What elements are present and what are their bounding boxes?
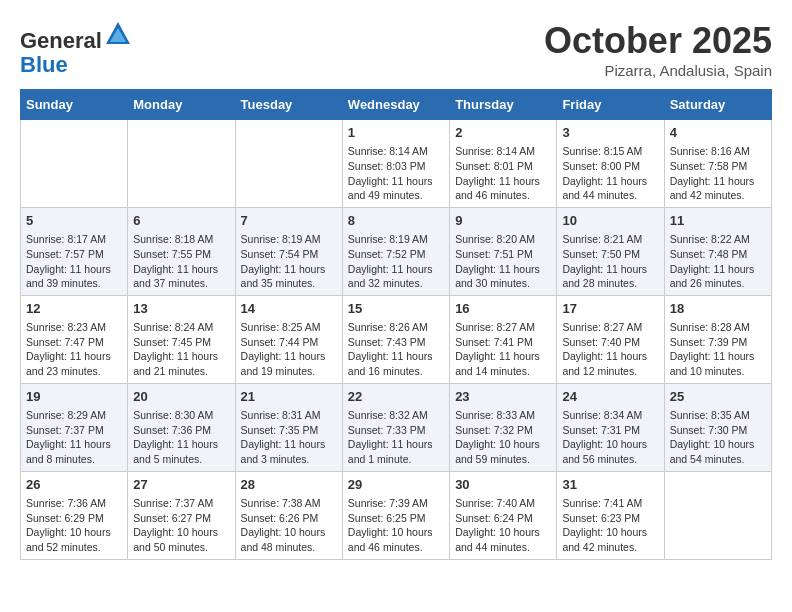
cell-info: Sunrise: 8:19 AM Sunset: 7:54 PM Dayligh… [241, 232, 337, 291]
weekday-header-monday: Monday [128, 90, 235, 120]
day-number: 18 [670, 300, 766, 318]
day-number: 15 [348, 300, 444, 318]
calendar-cell: 11Sunrise: 8:22 AM Sunset: 7:48 PM Dayli… [664, 207, 771, 295]
calendar-cell: 3Sunrise: 8:15 AM Sunset: 8:00 PM Daylig… [557, 120, 664, 208]
week-row-1: 1Sunrise: 8:14 AM Sunset: 8:03 PM Daylig… [21, 120, 772, 208]
day-number: 19 [26, 388, 122, 406]
day-number: 5 [26, 212, 122, 230]
calendar-cell: 5Sunrise: 8:17 AM Sunset: 7:57 PM Daylig… [21, 207, 128, 295]
calendar-cell [21, 120, 128, 208]
day-number: 27 [133, 476, 229, 494]
day-number: 23 [455, 388, 551, 406]
cell-info: Sunrise: 8:29 AM Sunset: 7:37 PM Dayligh… [26, 408, 122, 467]
weekday-header-thursday: Thursday [450, 90, 557, 120]
cell-info: Sunrise: 8:31 AM Sunset: 7:35 PM Dayligh… [241, 408, 337, 467]
day-number: 16 [455, 300, 551, 318]
cell-info: Sunrise: 8:25 AM Sunset: 7:44 PM Dayligh… [241, 320, 337, 379]
calendar-cell: 7Sunrise: 8:19 AM Sunset: 7:54 PM Daylig… [235, 207, 342, 295]
cell-info: Sunrise: 8:24 AM Sunset: 7:45 PM Dayligh… [133, 320, 229, 379]
cell-info: Sunrise: 8:19 AM Sunset: 7:52 PM Dayligh… [348, 232, 444, 291]
cell-info: Sunrise: 8:35 AM Sunset: 7:30 PM Dayligh… [670, 408, 766, 467]
cell-info: Sunrise: 8:20 AM Sunset: 7:51 PM Dayligh… [455, 232, 551, 291]
calendar-cell: 24Sunrise: 8:34 AM Sunset: 7:31 PM Dayli… [557, 383, 664, 471]
calendar-cell: 26Sunrise: 7:36 AM Sunset: 6:29 PM Dayli… [21, 471, 128, 559]
cell-info: Sunrise: 8:30 AM Sunset: 7:36 PM Dayligh… [133, 408, 229, 467]
cell-info: Sunrise: 8:15 AM Sunset: 8:00 PM Dayligh… [562, 144, 658, 203]
week-row-4: 19Sunrise: 8:29 AM Sunset: 7:37 PM Dayli… [21, 383, 772, 471]
cell-info: Sunrise: 7:37 AM Sunset: 6:27 PM Dayligh… [133, 496, 229, 555]
calendar-cell: 2Sunrise: 8:14 AM Sunset: 8:01 PM Daylig… [450, 120, 557, 208]
calendar-cell [128, 120, 235, 208]
cell-info: Sunrise: 7:40 AM Sunset: 6:24 PM Dayligh… [455, 496, 551, 555]
week-row-2: 5Sunrise: 8:17 AM Sunset: 7:57 PM Daylig… [21, 207, 772, 295]
day-number: 29 [348, 476, 444, 494]
logo: General Blue [20, 20, 132, 77]
calendar-cell: 30Sunrise: 7:40 AM Sunset: 6:24 PM Dayli… [450, 471, 557, 559]
logo-general: General [20, 28, 102, 53]
month-title: October 2025 [544, 20, 772, 62]
title-block: October 2025 Pizarra, Andalusia, Spain [544, 20, 772, 79]
cell-info: Sunrise: 8:28 AM Sunset: 7:39 PM Dayligh… [670, 320, 766, 379]
day-number: 10 [562, 212, 658, 230]
cell-info: Sunrise: 8:32 AM Sunset: 7:33 PM Dayligh… [348, 408, 444, 467]
weekday-header-sunday: Sunday [21, 90, 128, 120]
day-number: 21 [241, 388, 337, 406]
logo-icon [104, 20, 132, 48]
page-header: General Blue October 2025 Pizarra, Andal… [20, 20, 772, 79]
week-row-5: 26Sunrise: 7:36 AM Sunset: 6:29 PM Dayli… [21, 471, 772, 559]
day-number: 24 [562, 388, 658, 406]
weekday-header-tuesday: Tuesday [235, 90, 342, 120]
calendar-table: SundayMondayTuesdayWednesdayThursdayFrid… [20, 89, 772, 560]
day-number: 8 [348, 212, 444, 230]
cell-info: Sunrise: 7:38 AM Sunset: 6:26 PM Dayligh… [241, 496, 337, 555]
weekday-header-friday: Friday [557, 90, 664, 120]
cell-info: Sunrise: 8:23 AM Sunset: 7:47 PM Dayligh… [26, 320, 122, 379]
day-number: 3 [562, 124, 658, 142]
cell-info: Sunrise: 7:39 AM Sunset: 6:25 PM Dayligh… [348, 496, 444, 555]
day-number: 6 [133, 212, 229, 230]
calendar-cell: 18Sunrise: 8:28 AM Sunset: 7:39 PM Dayli… [664, 295, 771, 383]
weekday-header-wednesday: Wednesday [342, 90, 449, 120]
cell-info: Sunrise: 8:26 AM Sunset: 7:43 PM Dayligh… [348, 320, 444, 379]
day-number: 22 [348, 388, 444, 406]
day-number: 9 [455, 212, 551, 230]
cell-info: Sunrise: 8:21 AM Sunset: 7:50 PM Dayligh… [562, 232, 658, 291]
day-number: 11 [670, 212, 766, 230]
day-number: 25 [670, 388, 766, 406]
weekday-header-row: SundayMondayTuesdayWednesdayThursdayFrid… [21, 90, 772, 120]
day-number: 12 [26, 300, 122, 318]
cell-info: Sunrise: 8:27 AM Sunset: 7:41 PM Dayligh… [455, 320, 551, 379]
day-number: 4 [670, 124, 766, 142]
cell-info: Sunrise: 8:22 AM Sunset: 7:48 PM Dayligh… [670, 232, 766, 291]
cell-info: Sunrise: 8:33 AM Sunset: 7:32 PM Dayligh… [455, 408, 551, 467]
cell-info: Sunrise: 8:17 AM Sunset: 7:57 PM Dayligh… [26, 232, 122, 291]
calendar-cell: 9Sunrise: 8:20 AM Sunset: 7:51 PM Daylig… [450, 207, 557, 295]
day-number: 31 [562, 476, 658, 494]
calendar-cell: 15Sunrise: 8:26 AM Sunset: 7:43 PM Dayli… [342, 295, 449, 383]
day-number: 14 [241, 300, 337, 318]
calendar-cell: 12Sunrise: 8:23 AM Sunset: 7:47 PM Dayli… [21, 295, 128, 383]
calendar-cell: 29Sunrise: 7:39 AM Sunset: 6:25 PM Dayli… [342, 471, 449, 559]
calendar-cell: 17Sunrise: 8:27 AM Sunset: 7:40 PM Dayli… [557, 295, 664, 383]
calendar-cell [664, 471, 771, 559]
calendar-cell: 28Sunrise: 7:38 AM Sunset: 6:26 PM Dayli… [235, 471, 342, 559]
week-row-3: 12Sunrise: 8:23 AM Sunset: 7:47 PM Dayli… [21, 295, 772, 383]
calendar-cell: 27Sunrise: 7:37 AM Sunset: 6:27 PM Dayli… [128, 471, 235, 559]
calendar-cell: 21Sunrise: 8:31 AM Sunset: 7:35 PM Dayli… [235, 383, 342, 471]
cell-info: Sunrise: 8:16 AM Sunset: 7:58 PM Dayligh… [670, 144, 766, 203]
day-number: 26 [26, 476, 122, 494]
calendar-cell: 1Sunrise: 8:14 AM Sunset: 8:03 PM Daylig… [342, 120, 449, 208]
calendar-cell: 16Sunrise: 8:27 AM Sunset: 7:41 PM Dayli… [450, 295, 557, 383]
calendar-cell: 19Sunrise: 8:29 AM Sunset: 7:37 PM Dayli… [21, 383, 128, 471]
calendar-cell: 8Sunrise: 8:19 AM Sunset: 7:52 PM Daylig… [342, 207, 449, 295]
calendar-cell: 6Sunrise: 8:18 AM Sunset: 7:55 PM Daylig… [128, 207, 235, 295]
calendar-cell: 23Sunrise: 8:33 AM Sunset: 7:32 PM Dayli… [450, 383, 557, 471]
calendar-cell: 25Sunrise: 8:35 AM Sunset: 7:30 PM Dayli… [664, 383, 771, 471]
day-number: 30 [455, 476, 551, 494]
calendar-cell: 20Sunrise: 8:30 AM Sunset: 7:36 PM Dayli… [128, 383, 235, 471]
cell-info: Sunrise: 8:34 AM Sunset: 7:31 PM Dayligh… [562, 408, 658, 467]
cell-info: Sunrise: 8:14 AM Sunset: 8:01 PM Dayligh… [455, 144, 551, 203]
day-number: 7 [241, 212, 337, 230]
cell-info: Sunrise: 7:41 AM Sunset: 6:23 PM Dayligh… [562, 496, 658, 555]
calendar-cell: 4Sunrise: 8:16 AM Sunset: 7:58 PM Daylig… [664, 120, 771, 208]
